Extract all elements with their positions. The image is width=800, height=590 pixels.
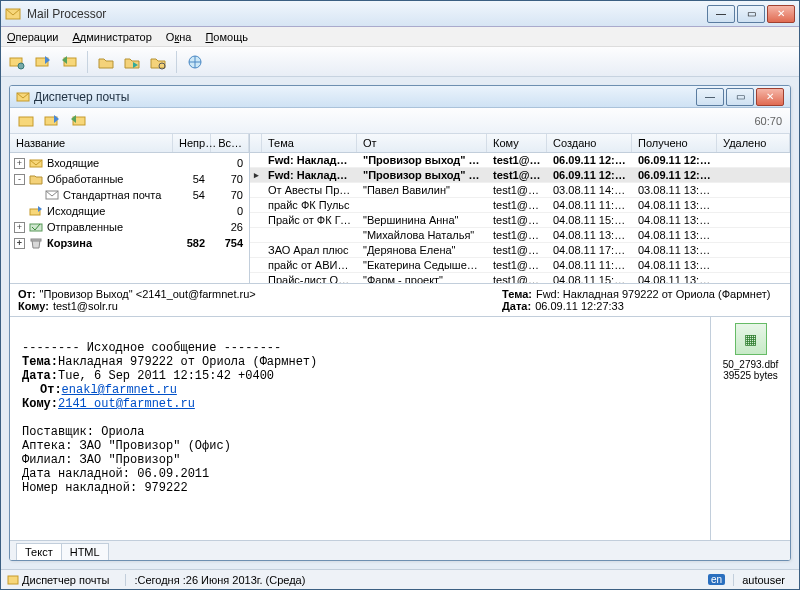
tb-mail-receive-icon[interactable] (57, 50, 81, 74)
tree-label: Входящие (47, 157, 173, 169)
tab-text[interactable]: Текст (16, 543, 62, 560)
col-received[interactable]: Получено (632, 134, 717, 152)
tab-html[interactable]: HTML (61, 543, 109, 560)
svg-point-2 (18, 63, 24, 69)
col-name[interactable]: Название (10, 134, 173, 152)
expand-icon[interactable]: - (14, 174, 25, 185)
expand-icon[interactable]: + (14, 158, 25, 169)
row-indicator-icon: ▸ (254, 170, 259, 180)
col-created[interactable]: Создано (547, 134, 632, 152)
dt-receive-icon[interactable] (66, 109, 90, 133)
message-row[interactable]: прайс от АВИКОНА"Екатерина Седышева" tes… (250, 258, 790, 273)
svg-rect-17 (8, 576, 18, 584)
menu-operations[interactable]: ООперацииперации (7, 31, 58, 43)
status-user: autouser (733, 574, 793, 586)
menu-help[interactable]: Помощь (205, 31, 248, 43)
tb-mail-send-icon[interactable] (31, 50, 55, 74)
col-deleted[interactable]: Удалено (717, 134, 790, 152)
message-row[interactable]: ЗАО Арал плюс"Дерянова Елена" test1@solr… (250, 243, 790, 258)
tree-header: Название Непр… Вс… (10, 134, 249, 153)
sent-icon (28, 221, 44, 233)
mail-icon (16, 90, 30, 104)
from-link[interactable]: enakl@farmnet.ru (62, 383, 177, 397)
message-grid-panel: Тема От Кому Создано Получено Удалено Fw… (250, 134, 790, 283)
message-row[interactable]: Прайс от ФК Гранд Капитал"Вершинина Анна… (250, 213, 790, 228)
dt-send-icon[interactable] (40, 109, 64, 133)
col-all[interactable]: Вс… (211, 134, 249, 152)
tree-row[interactable]: +Отправленные26 (10, 219, 249, 235)
preview-header: От:"Провизор Выход" <2141_out@farmnet.ru… (10, 284, 790, 317)
attachment-file-icon[interactable]: ▦ (735, 323, 767, 355)
mail-icon (44, 189, 60, 201)
folder-icon (28, 173, 44, 185)
expand-icon[interactable]: + (14, 222, 25, 233)
col-to[interactable]: Кому (487, 134, 547, 152)
inner-close-button[interactable]: ✕ (756, 88, 784, 106)
from-label: От: (18, 288, 36, 300)
tree-label: Стандартная почта (63, 189, 173, 201)
window-maximize-button[interactable]: ▭ (737, 5, 765, 23)
inner-minimize-button[interactable]: — (696, 88, 724, 106)
status-left: Диспетчер почты (7, 574, 117, 586)
message-row[interactable]: ▸Fwd: Накладная 979222"Провизор выход" <… (250, 168, 790, 183)
grid-body[interactable]: Fwd: Накладная 978174"Провизор выход" <2… (250, 153, 790, 283)
col-from[interactable]: От (357, 134, 487, 152)
trash-icon (28, 237, 44, 249)
dispatcher-toolbar: 60:70 (10, 108, 790, 134)
window-close-button[interactable]: ✕ (767, 5, 795, 23)
inbox-icon (28, 157, 44, 169)
preview-body[interactable]: -------- Исходное сообщение -------- Тем… (10, 317, 710, 540)
menubar: ООперацииперации Администратор Окна Помо… (1, 27, 799, 47)
tb-globe-icon[interactable] (183, 50, 207, 74)
status-bar: Диспетчер почты :Сегодня :26 Июня 2013г.… (1, 569, 799, 589)
col-indicator[interactable] (250, 134, 262, 152)
client-area: Диспетчер почты — ▭ ✕ 60:70 Название (1, 77, 799, 569)
message-row[interactable]: прайс ФК Пульсtest1@solr.ru04.08.11 11:3… (250, 198, 790, 213)
inner-maximize-button[interactable]: ▭ (726, 88, 754, 106)
to-label: Кому: (18, 300, 49, 312)
col-subject[interactable]: Тема (262, 134, 357, 152)
message-row[interactable]: Прайс-лист ООО Фарм Проект"Фарм - проект… (250, 273, 790, 283)
message-row[interactable]: Fwd: Накладная 978174"Провизор выход" <2… (250, 153, 790, 168)
preview-pane: От:"Провизор Выход" <2141_out@farmnet.ru… (10, 284, 790, 560)
attachment-name[interactable]: 50_2793.dbf (717, 359, 784, 370)
subject-label: Тема: (502, 288, 532, 300)
tb-folder-gear-icon[interactable] (146, 50, 170, 74)
tb-mail-gear-icon[interactable] (5, 50, 29, 74)
tree-row[interactable]: +Входящие0 (10, 155, 249, 171)
dispatcher-window: Диспетчер почты — ▭ ✕ 60:70 Название (9, 85, 791, 561)
tree-body[interactable]: +Входящие0-Обработанные5470Стандартная п… (10, 153, 249, 283)
main-toolbar (1, 47, 799, 77)
tree-row[interactable]: Стандартная почта5470 (10, 187, 249, 203)
tree-label: Корзина (47, 237, 173, 249)
orig-header: -------- Исходное сообщение -------- (22, 341, 698, 355)
dt-mail-icon[interactable] (14, 109, 38, 133)
menu-administrator[interactable]: Администратор (72, 31, 151, 43)
window-minimize-button[interactable]: — (707, 5, 735, 23)
tree-row[interactable]: Исходящие0 (10, 203, 249, 219)
to-value: test1@solr.ru (53, 300, 118, 312)
expand-icon[interactable] (30, 190, 41, 201)
tree-row[interactable]: +Корзина582754 (10, 235, 249, 251)
tb-folder-open-icon[interactable] (94, 50, 118, 74)
outbox-icon (28, 205, 44, 217)
folder-tree-panel: Название Непр… Вс… +Входящие0-Обработанн… (10, 134, 250, 283)
attachment-panel: ▦ 50_2793.dbf 39525 bytes (710, 317, 790, 540)
tb-folder-play-icon[interactable] (120, 50, 144, 74)
tree-row[interactable]: -Обработанные5470 (10, 171, 249, 187)
message-row[interactable]: "Михайлова Наталья" test1@solr.ru04.08.1… (250, 228, 790, 243)
tree-label: Отправленные (47, 221, 173, 233)
dispatcher-titlebar: Диспетчер почты — ▭ ✕ (10, 86, 790, 108)
window-title: Mail Processor (27, 7, 707, 21)
message-row[interactable]: От Авесты Прайс"Павел Вавилин" test1@sol… (250, 183, 790, 198)
expand-icon[interactable] (14, 206, 25, 217)
lang-indicator[interactable]: en (708, 574, 725, 585)
date-label: Дата: (502, 300, 531, 312)
tree-label: Исходящие (47, 205, 173, 217)
menu-windows[interactable]: Окна (166, 31, 192, 43)
to-link[interactable]: 2141_out@farmnet.ru (58, 397, 195, 411)
expand-icon[interactable]: + (14, 238, 25, 249)
preview-tabs: Текст HTML (10, 540, 790, 560)
outer-titlebar: Mail Processor — ▭ ✕ (1, 1, 799, 27)
col-unread[interactable]: Непр… (173, 134, 211, 152)
